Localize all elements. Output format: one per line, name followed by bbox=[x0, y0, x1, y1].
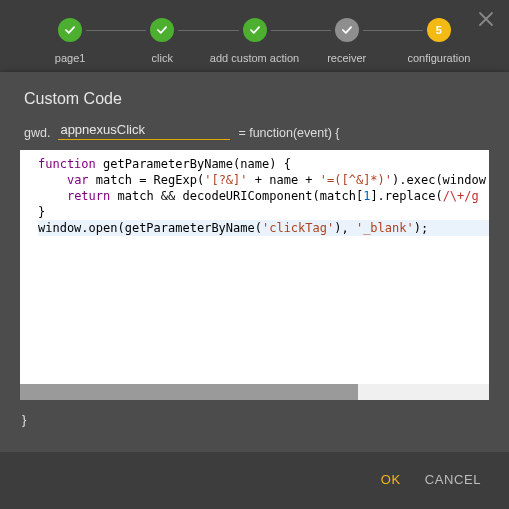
fn-suffix: = function(event) { bbox=[238, 126, 339, 140]
fn-prefix: gwd. bbox=[24, 126, 50, 140]
step-click[interactable]: click bbox=[116, 18, 208, 64]
editor-scroll-thumb[interactable] bbox=[20, 384, 358, 400]
step-configuration[interactable]: 5 configuration bbox=[393, 18, 485, 64]
step-page1[interactable]: page1 bbox=[24, 18, 116, 64]
check-icon bbox=[243, 18, 267, 42]
step-receiver[interactable]: receiver bbox=[301, 18, 393, 64]
custom-code-dialog: page1 click add custom action receiver 5 bbox=[0, 0, 509, 509]
cancel-button[interactable]: CANCEL bbox=[425, 472, 481, 487]
function-signature-row: gwd. = function(event) { bbox=[0, 122, 509, 150]
editor-horizontal-scrollbar[interactable] bbox=[20, 384, 489, 400]
code-content: function getParameterByName(name) { var … bbox=[20, 150, 489, 236]
dialog-actions: OK CANCEL bbox=[0, 452, 509, 509]
step-add-custom-action[interactable]: add custom action bbox=[208, 18, 300, 64]
step-label: click bbox=[152, 52, 173, 64]
custom-code-panel: Custom Code gwd. = function(event) { fun… bbox=[0, 72, 509, 509]
fn-name-input[interactable] bbox=[60, 122, 228, 137]
check-icon bbox=[150, 18, 174, 42]
ok-button[interactable]: OK bbox=[381, 472, 401, 487]
step-number: 5 bbox=[427, 18, 451, 42]
step-label: configuration bbox=[407, 52, 470, 64]
fn-name-field-wrap bbox=[58, 122, 230, 140]
stepper: page1 click add custom action receiver 5 bbox=[0, 0, 509, 72]
fn-closing-brace: } bbox=[0, 400, 509, 427]
check-icon bbox=[58, 18, 82, 42]
panel-title: Custom Code bbox=[0, 72, 509, 122]
step-label: add custom action bbox=[210, 52, 299, 64]
check-icon bbox=[335, 18, 359, 42]
code-editor[interactable]: function getParameterByName(name) { var … bbox=[20, 150, 489, 400]
step-label: receiver bbox=[327, 52, 366, 64]
step-label: page1 bbox=[55, 52, 86, 64]
